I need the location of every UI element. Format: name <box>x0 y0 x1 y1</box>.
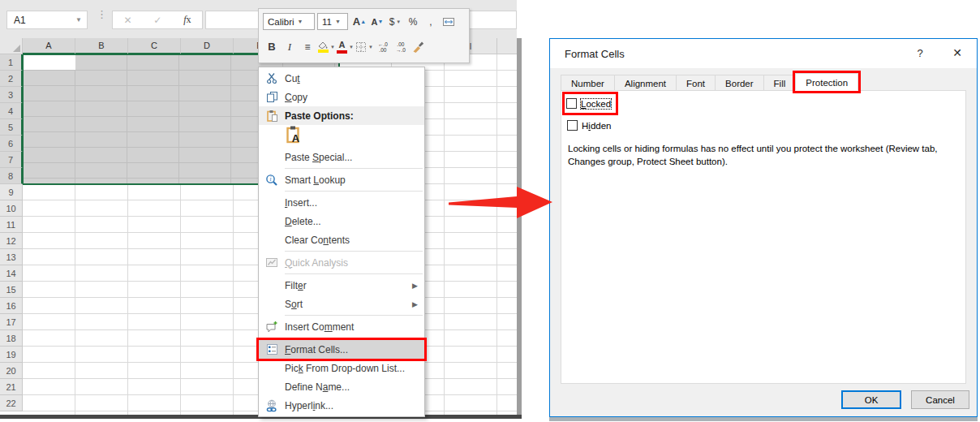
font-name-select-value: Calibri <box>268 17 294 27</box>
cancel-entry-icon[interactable]: ✕ <box>123 15 131 26</box>
menu-item-paste-special[interactable]: Paste Special... <box>259 148 424 166</box>
column-header-C[interactable]: C <box>128 38 181 54</box>
locked-checkbox[interactable] <box>566 98 577 109</box>
menu-item-format-cells[interactable]: Format Cells... <box>259 340 424 359</box>
insert-function-icon[interactable]: fx <box>183 14 191 26</box>
format-painter-button[interactable] <box>410 38 427 56</box>
column-header-B[interactable]: B <box>75 38 128 54</box>
formula-bar-grip-icon: ⋮ <box>97 11 103 17</box>
comma-style-button[interactable]: , <box>423 13 439 31</box>
svg-text:i: i <box>269 175 271 183</box>
tab-font[interactable]: Font <box>676 75 716 91</box>
menu-separator <box>285 273 423 274</box>
row-header-6[interactable]: 6 <box>0 136 23 152</box>
column-header-D[interactable]: D <box>181 38 234 54</box>
row-header-17[interactable]: 17 <box>0 314 23 330</box>
row-header-3[interactable]: 3 <box>0 87 23 103</box>
name-box[interactable]: A1 ▼ <box>6 11 88 29</box>
dialog-close-button[interactable]: ✕ <box>951 46 964 59</box>
ok-button[interactable]: OK <box>841 390 901 409</box>
transition-arrow <box>442 180 556 228</box>
hidden-checkbox-label[interactable]: Hidden <box>582 121 611 131</box>
menu-item-define-name[interactable]: Define Name... <box>259 377 424 396</box>
menu-item-label: Format Cells... <box>285 344 348 355</box>
row-header-21[interactable]: 21 <box>0 379 23 395</box>
menu-item-cut[interactable]: Cut <box>259 69 424 88</box>
row-header-18[interactable]: 18 <box>0 330 23 347</box>
paste-values-icon: A <box>286 125 303 148</box>
menu-item-pick-from-drop-down-list[interactable]: Pick From Drop-down List... <box>259 359 424 377</box>
dialog-help-button[interactable]: ? <box>913 47 926 59</box>
enter-entry-icon[interactable]: ✓ <box>153 15 161 26</box>
row-header-1[interactable]: 1 <box>0 54 23 71</box>
tab-fill[interactable]: Fill <box>763 75 797 91</box>
autofit-width-button[interactable] <box>441 13 457 31</box>
decrease-font-size-button[interactable]: A▼ <box>369 13 385 31</box>
row-header-14[interactable]: 14 <box>0 265 23 282</box>
accounting-format-button[interactable]: $▼ <box>387 13 403 31</box>
tab-alignment[interactable]: Alignment <box>614 75 677 91</box>
hidden-checkbox-row: Hidden <box>567 118 965 132</box>
menu-item-label: Pick From Drop-down List... <box>285 363 405 374</box>
row-header-11[interactable]: 11 <box>0 217 23 233</box>
dialog-tabs: NumberAlignmentFontBorderFillProtection <box>561 73 858 91</box>
row-header-19[interactable]: 19 <box>0 347 23 363</box>
font-size-select-dropdown-icon[interactable]: ▼ <box>335 19 341 24</box>
menu-item-label: Delete... <box>285 216 321 227</box>
scissors-icon <box>259 72 285 84</box>
row-header-13[interactable]: 13 <box>0 249 23 265</box>
borders-button[interactable]: ▼ <box>355 38 373 56</box>
menu-item-filter[interactable]: Filter▶ <box>259 276 424 295</box>
name-box-dropdown-icon[interactable]: ▼ <box>75 16 87 24</box>
increase-decimal-button[interactable]: .00→.0 <box>393 38 409 56</box>
italic-button[interactable]: I <box>282 38 298 56</box>
row-header-4[interactable]: 4 <box>0 103 23 119</box>
tab-protection[interactable]: Protection <box>795 73 858 91</box>
row-header-7[interactable]: 7 <box>0 152 23 168</box>
cancel-button[interactable]: Cancel <box>911 390 969 409</box>
menu-item-clear-contents[interactable]: Clear Contents <box>259 230 424 249</box>
menu-item-smart-lookup[interactable]: iSmart Lookup <box>259 170 424 189</box>
row-header-16[interactable]: 16 <box>0 298 23 314</box>
row-header-5[interactable]: 5 <box>0 119 23 136</box>
menu-item-delete[interactable]: Delete... <box>259 212 424 230</box>
row-header-12[interactable]: 12 <box>0 233 23 249</box>
row-header-20[interactable]: 20 <box>0 363 23 379</box>
decrease-decimal-button[interactable]: ←.0.00 <box>375 38 391 56</box>
row-header-8[interactable]: 8 <box>0 168 23 184</box>
font-size-select[interactable]: 11▼ <box>317 13 348 30</box>
locked-annotation-box: Locked <box>565 94 616 113</box>
row-header-9[interactable]: 9 <box>0 184 23 200</box>
row-header-2[interactable]: 2 <box>0 71 23 87</box>
menu-item-label: Clear Contents <box>285 235 350 246</box>
column-header-J[interactable]: J <box>497 38 517 54</box>
font-color-button[interactable]: A▼ <box>337 38 354 56</box>
row-header-22[interactable]: 22 <box>0 395 23 411</box>
column-header-A[interactable]: A <box>23 38 75 54</box>
menu-item-copy[interactable]: Copy <box>259 88 424 106</box>
menu-separator <box>285 168 423 169</box>
menu-item-sort[interactable]: Sort▶ <box>259 295 424 313</box>
hidden-checkbox[interactable] <box>567 120 578 131</box>
active-cell[interactable] <box>24 55 75 70</box>
fill-color-button[interactable]: ▼ <box>317 38 335 56</box>
menu-item-insert[interactable]: Insert... <box>259 193 424 212</box>
menu-item-paste-options[interactable]: Paste Options: <box>259 106 424 125</box>
select-all-corner[interactable] <box>0 38 23 54</box>
font-name-select[interactable]: Calibri▼ <box>263 13 315 30</box>
menu-item-hyperlink[interactable]: Hyperlink... <box>259 396 424 415</box>
menu-item-insert-comment[interactable]: Insert Comment <box>259 317 424 336</box>
menu-item-paste-values[interactable]: A <box>259 125 424 148</box>
tab-number[interactable]: Number <box>561 75 615 91</box>
increase-font-size-button[interactable]: A▲ <box>351 13 368 31</box>
row-header-10[interactable]: 10 <box>0 200 23 217</box>
smart-lookup-icon: i <box>259 174 285 187</box>
font-name-select-dropdown-icon[interactable]: ▼ <box>298 19 303 24</box>
row-header-15[interactable]: 15 <box>0 282 23 298</box>
percent-style-button[interactable]: % <box>405 13 421 31</box>
lines-button[interactable]: ≡ <box>299 38 316 56</box>
bold-button[interactable]: B <box>264 38 280 56</box>
locked-checkbox-label[interactable]: Locked <box>581 99 611 109</box>
tab-border[interactable]: Border <box>715 75 764 91</box>
context-menu: CutCopyPaste Options:APaste Special...iS… <box>258 67 425 417</box>
